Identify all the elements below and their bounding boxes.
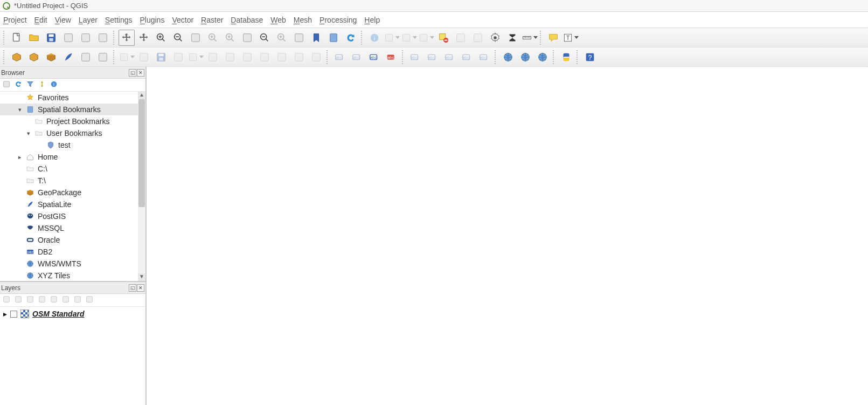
menu-layer[interactable]: Layer — [79, 16, 98, 24]
label-rotate-button[interactable] — [459, 49, 475, 65]
show-bookmarks-button[interactable] — [325, 30, 342, 46]
filter-legend-icon[interactable] — [38, 295, 46, 306]
browser-item-spatial-bookmarks[interactable]: ▾Spatial Bookmarks — [0, 104, 145, 115]
new-temp-scratch-button[interactable] — [78, 49, 94, 65]
zoom-selection-button[interactable] — [205, 30, 221, 46]
toggle-edit-button[interactable] — [136, 49, 152, 65]
refresh-icon[interactable] — [14, 80, 23, 91]
scroll-up-icon[interactable]: ▲ — [138, 92, 145, 99]
save-edits-button[interactable] — [153, 49, 169, 65]
web-search-button[interactable] — [534, 49, 551, 65]
browser-panel-header[interactable]: Browser ◱ ✕ — [0, 67, 145, 79]
scroll-down-icon[interactable]: ▼ — [138, 273, 145, 281]
browser-item-postgis[interactable]: PostGIS — [0, 210, 145, 222]
expand-icon[interactable]: ▸ — [17, 154, 23, 161]
expand-icon[interactable]: ▾ — [26, 130, 31, 137]
zoom-in-button[interactable] — [153, 30, 169, 46]
browser-item-home[interactable]: ▸Home — [0, 151, 145, 163]
browser-scrollbar[interactable]: ▲ ▼ — [138, 92, 145, 281]
label-rule-button[interactable] — [384, 49, 400, 65]
delete-selected-button[interactable] — [222, 49, 238, 65]
pan-to-selection-button[interactable] — [136, 30, 152, 46]
panel-close-icon[interactable]: ✕ — [137, 69, 144, 77]
browser-item-project-bookmarks[interactable]: Project Bookmarks — [0, 115, 145, 127]
browser-item-t-[interactable]: T:\ — [0, 175, 145, 187]
menu-plugins[interactable]: Plugins — [140, 16, 164, 24]
browser-item-spatialite[interactable]: SpatiaLite — [0, 198, 145, 210]
label-highlight-button[interactable] — [425, 49, 441, 65]
expand-icon[interactable] — [50, 295, 58, 306]
browser-item-db2[interactable]: DB2 — [0, 246, 145, 258]
browser-item-wms-wmts[interactable]: WMS/WMTS — [0, 258, 145, 270]
add-vector-layer-button[interactable] — [9, 49, 25, 65]
browser-item-geopackage[interactable]: GeoPackage — [0, 187, 145, 198]
browser-item-mssql[interactable]: MSSQL — [0, 222, 145, 234]
zoom-last-button[interactable] — [256, 30, 273, 46]
scroll-thumb[interactable] — [138, 99, 145, 207]
new-geopackage-button[interactable] — [43, 49, 59, 65]
stats-button[interactable] — [504, 30, 520, 46]
show-layout-manager-button[interactable] — [78, 30, 94, 46]
layers-panel-header[interactable]: Layers ◱ ✕ — [0, 282, 145, 294]
web-wms-button[interactable] — [517, 49, 533, 65]
map-tips-button[interactable] — [545, 30, 561, 46]
new-spatialite-button[interactable] — [60, 49, 77, 65]
paste-features-button[interactable] — [274, 49, 290, 65]
browser-item-test[interactable]: test — [0, 139, 145, 151]
menu-mesh[interactable]: Mesh — [294, 16, 312, 24]
label-move-button[interactable] — [442, 49, 458, 65]
new-virtual-button[interactable] — [95, 49, 111, 65]
open-project-button[interactable] — [26, 30, 42, 46]
manage-visibility-icon[interactable] — [26, 295, 34, 306]
panel-float-icon[interactable]: ◱ — [129, 69, 136, 77]
add-feature-button[interactable] — [170, 49, 186, 65]
add-layer-icon[interactable] — [2, 80, 11, 91]
python-console-button[interactable] — [558, 49, 574, 65]
current-edits-button[interactable] — [119, 49, 135, 65]
zoom-out-button[interactable] — [170, 30, 186, 46]
redo-button[interactable] — [308, 49, 324, 65]
metasearch-button[interactable] — [500, 49, 516, 65]
layer-visibility-checkbox[interactable] — [10, 311, 17, 318]
undo-button[interactable] — [291, 49, 307, 65]
menu-web[interactable]: Web — [270, 16, 286, 24]
properties-icon[interactable] — [50, 80, 58, 91]
browser-item-xyz-tiles[interactable]: XYZ Tiles — [0, 270, 145, 281]
menu-help[interactable]: Help — [364, 16, 380, 24]
toolbox-button[interactable] — [487, 30, 503, 46]
measure-button[interactable] — [522, 30, 538, 46]
save-project-button[interactable] — [43, 30, 59, 46]
move-feature-button[interactable] — [188, 49, 204, 65]
browser-item-favorites[interactable]: Favorites — [0, 92, 145, 104]
label-pin-button[interactable] — [407, 49, 423, 65]
label-change-button[interactable] — [476, 49, 492, 65]
select-features-button[interactable] — [401, 30, 417, 46]
add-group-icon[interactable] — [14, 295, 23, 306]
new-print-layout-button[interactable] — [60, 30, 77, 46]
select-value-button[interactable] — [418, 30, 434, 46]
new-map-view-button[interactable] — [291, 30, 307, 46]
collapse-all-icon[interactable] — [73, 295, 82, 306]
deselect-button[interactable] — [435, 30, 452, 46]
zoom-native-button[interactable] — [239, 30, 255, 46]
menu-processing[interactable]: Processing — [320, 16, 357, 24]
pan-map-button[interactable] — [119, 30, 135, 46]
label-layer-button[interactable] — [366, 49, 383, 65]
field-calc-button[interactable] — [470, 30, 486, 46]
panel-close-icon[interactable]: ✕ — [137, 284, 144, 292]
map-canvas[interactable] — [147, 67, 868, 405]
new-project-button[interactable] — [9, 30, 25, 46]
copy-features-button[interactable] — [256, 49, 273, 65]
refresh-button[interactable] — [343, 30, 359, 46]
action-button[interactable] — [384, 30, 400, 46]
attr-table-button[interactable] — [453, 30, 469, 46]
open-style-icon[interactable] — [2, 295, 11, 306]
layer-item[interactable]: ▸OSM Standard — [0, 308, 145, 320]
menu-settings[interactable]: Settings — [105, 16, 133, 24]
identify-button[interactable] — [366, 30, 383, 46]
cut-features-button[interactable] — [239, 49, 255, 65]
new-shapefile-button[interactable] — [26, 49, 42, 65]
expand-icon[interactable]: ▾ — [17, 106, 23, 113]
style-manager-button[interactable] — [95, 30, 111, 46]
help-button[interactable] — [582, 49, 598, 65]
